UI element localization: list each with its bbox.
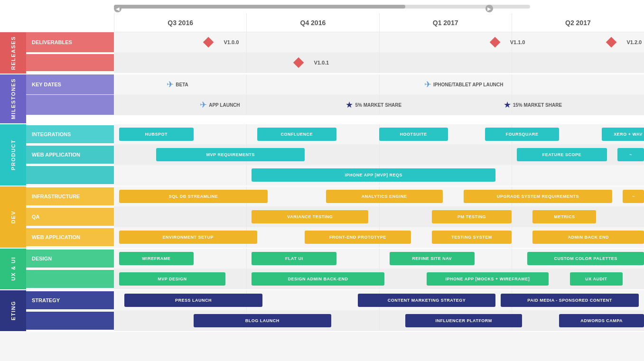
diamond-v101: V1.0.1 <box>295 59 325 66</box>
strategy-section: ETING STRATEGY PRESS LAUNCH CONTENT MARK… <box>0 290 644 332</box>
bar-ux-audit: UX AUDIT <box>570 272 623 286</box>
market-share-15pct-label: 15% MARKET SHARE <box>513 102 562 108</box>
dev-webapp-label: WEB APPLICATION <box>26 228 114 246</box>
releases-row-1: DELIVERABLES V1.0.0 V1.1.0 <box>26 32 644 53</box>
diamond-v100: V1.0.0 <box>205 38 235 46</box>
diamond-label-v101: V1.0.1 <box>314 60 329 65</box>
plane-icon-app-launch: ✈ <box>200 100 207 110</box>
bar-adwords: ADWORDS CAMPA <box>559 314 644 327</box>
releases-row-2-content: V1.0.1 <box>114 53 644 73</box>
strategy-label: ETING <box>9 297 18 324</box>
bar-variance: VARIANCE TESTING <box>252 210 368 223</box>
webapp-row2-content: IPHONE APP [MVP] REQS <box>114 165 644 185</box>
scroll-left-arrow[interactable]: ◀ <box>114 5 121 12</box>
quarter-q2-2017: Q2 2017 <box>512 13 644 32</box>
milestone-beta: ✈ BETA <box>167 79 188 90</box>
bar-xero: XERO + WAV <box>602 128 644 141</box>
milestones-row-2-content: ✈ APP LAUNCH ★ 5% MARKET SHARE ★ 15% MAR… <box>114 95 644 115</box>
webapp-label: WEB APPLICATION <box>26 146 114 164</box>
q-div-p2 <box>512 145 512 165</box>
bar-custom-color: CUSTOM COLOR PALETTES <box>527 252 644 265</box>
bar-iphone-mocks: IPHONE APP [MOCKS + WIREFRAME] <box>427 272 549 286</box>
iphone-launch-label: IPHONE/TABLET APP LAUNCH <box>433 82 504 87</box>
webapp-row1-content: MVP REQUIREMENTS FEATURE SCOPE ~ <box>114 145 644 165</box>
quarters-header: Q3 2016 Q4 2016 Q1 2017 Q2 2017 <box>0 13 644 32</box>
strategy-row1-content: PRESS LAUNCH CONTENT MARKETING STRATEGY … <box>114 290 644 310</box>
diamond-label-v100: V1.0.0 <box>224 39 239 45</box>
ux-label: UX & UI <box>9 253 18 285</box>
milestones-rows: KEY DATES ✈ BETA ✈ IPHONE/TABLET APP LAU… <box>26 74 644 123</box>
bar-paid-media: PAID MEDIA - SPONSORED CONTENT <box>501 294 638 307</box>
q-divider-3b <box>512 53 512 73</box>
app-launch-label: APP LAUNCH <box>209 102 240 108</box>
bar-env-setup: ENVIRONMENT SETUP <box>119 231 257 244</box>
diamond-icon-v110 <box>489 37 500 48</box>
bar-upgrade: UPGRADE SYSTEM REQUIREMENTS <box>464 190 612 203</box>
bar-foursquare: FOURSQUARE <box>485 128 559 141</box>
milestone-15pct: ★ 15% MARKET SHARE <box>504 100 562 110</box>
milestones-row-2: ✈ APP LAUNCH ★ 5% MARKET SHARE ★ 15% MAR… <box>26 95 644 115</box>
product-section: PRODUCT INTEGRATIONS HUBSPOT CONFLUENCE … <box>0 124 644 186</box>
releases-label: RELEASES <box>9 32 18 74</box>
q-div-d3 <box>512 227 512 247</box>
milestone-app-launch: ✈ APP LAUNCH <box>200 100 240 110</box>
diamond-v110: V1.1.0 <box>491 38 522 46</box>
key-dates-label: KEY DATES <box>26 74 114 94</box>
plane-icon-iphone: ✈ <box>424 79 431 90</box>
bar-wireframe: WIREFRAME <box>119 252 193 265</box>
star-icon-5pct: ★ <box>345 100 353 110</box>
dev-webapp-content: ENVIRONMENT SETUP FRONT-END PROTOTYPE TE… <box>114 227 644 247</box>
market-share-5pct-label: 5% MARKET SHARE <box>355 102 401 108</box>
scrollbar-area[interactable]: ◀ ▶ <box>0 0 644 13</box>
qa-content: VARIANCE TESTING PM TESTING METRICS <box>114 207 644 227</box>
webapp-label-2 <box>26 166 114 184</box>
bar-metrics: METRICS <box>532 210 596 223</box>
milestone-iphone-launch: ✈ IPHONE/TABLET APP LAUNCH <box>424 79 504 90</box>
bar-testing-sys: TESTING SYSTEM <box>432 231 512 244</box>
ux-rows: DESIGN WIREFRAME FLAT UI REFINE SITE NAV… <box>26 249 644 289</box>
bar-flat-ui: FLAT UI <box>252 252 336 265</box>
scrollbar-thumb[interactable] <box>114 5 405 9</box>
integrations-content: HUBSPOT CONFLUENCE HOOTSUITE FOURSQUARE … <box>114 124 644 144</box>
milestones-row-1-content: ✈ BETA ✈ IPHONE/TABLET APP LAUNCH <box>114 74 644 94</box>
ux-design-row1: DESIGN WIREFRAME FLAT UI REFINE SITE NAV… <box>26 249 644 269</box>
diamond-icon-v120 <box>606 37 617 48</box>
bar-analytics: ANALYTICS ENGINE <box>326 190 443 203</box>
bar-tilde1: ~ <box>617 148 644 161</box>
strategy-section-label-col: ETING <box>0 290 26 331</box>
diamond-v120: V1.2.0 <box>607 38 638 46</box>
infrastructure-label: INFRASTRUCTURE <box>26 187 114 205</box>
integrations-label: INTEGRATIONS <box>26 125 114 143</box>
strategy-row2: BLOG LAUNCH INFLUENCER PLATFORM ADWORDS … <box>26 311 644 331</box>
dev-webapp-row: WEB APPLICATION ENVIRONMENT SETUP FRONT-… <box>26 227 644 248</box>
product-webapp-row2: IPHONE APP [MVP] REQS <box>26 165 644 185</box>
bar-influencer: INFLUENCER PLATFORM <box>405 314 522 327</box>
scrollbar-track[interactable] <box>114 5 530 9</box>
product-webapp-row1: WEB APPLICATION MVP REQUIREMENTS FEATURE… <box>26 145 644 165</box>
ux-design-row2: MVP DESIGN DESIGN ADMIN BACK-END IPHONE … <box>26 269 644 289</box>
bar-frontend: FRONT-END PROTOTYPE <box>305 231 411 244</box>
qa-label: QA <box>26 208 114 226</box>
strategy-rows: STRATEGY PRESS LAUNCH CONTENT MARKETING … <box>26 290 644 331</box>
scroll-right-arrow[interactable]: ▶ <box>485 5 493 12</box>
releases-section-label-col: RELEASES <box>0 32 26 74</box>
bar-iphone-mvp: IPHONE APP [MVP] REQS <box>252 168 495 182</box>
ux-section-label-col: UX & UI <box>0 249 26 289</box>
timeline-container: ◀ ▶ Q3 2016 Q4 2016 Q1 2017 Q2 2017 RELE… <box>0 0 644 332</box>
design-row2-content: MVP DESIGN DESIGN ADMIN BACK-END IPHONE … <box>114 269 644 289</box>
bar-mvp-req: MVP REQUIREMENTS <box>156 148 305 161</box>
deliverables-label-2 <box>26 54 114 71</box>
bar-hootsuite: HOOTSUITE <box>379 128 448 141</box>
dev-label: DEV <box>9 207 18 227</box>
dev-section-label-col: DEV <box>0 186 26 248</box>
milestones-section: MILESTONES KEY DATES ✈ BETA ✈ IPHONE/TAB… <box>0 74 644 124</box>
q-div-d2 <box>512 207 512 227</box>
bar-pm-testing: PM TESTING <box>432 210 512 223</box>
dev-section: DEV INFRASTRUCTURE SQL DB STREAMLINE ANA… <box>0 186 644 249</box>
milestones-row-1: KEY DATES ✈ BETA ✈ IPHONE/TABLET APP LAU… <box>26 74 644 95</box>
key-dates-label-2 <box>26 95 114 115</box>
quarter-q1-2017: Q1 2017 <box>379 13 512 32</box>
product-rows: INTEGRATIONS HUBSPOT CONFLUENCE HOOTSUIT… <box>26 124 644 185</box>
product-section-label-col: PRODUCT <box>0 124 26 185</box>
design-row1-content: WIREFRAME FLAT UI REFINE SITE NAV CUSTOM… <box>114 249 644 268</box>
